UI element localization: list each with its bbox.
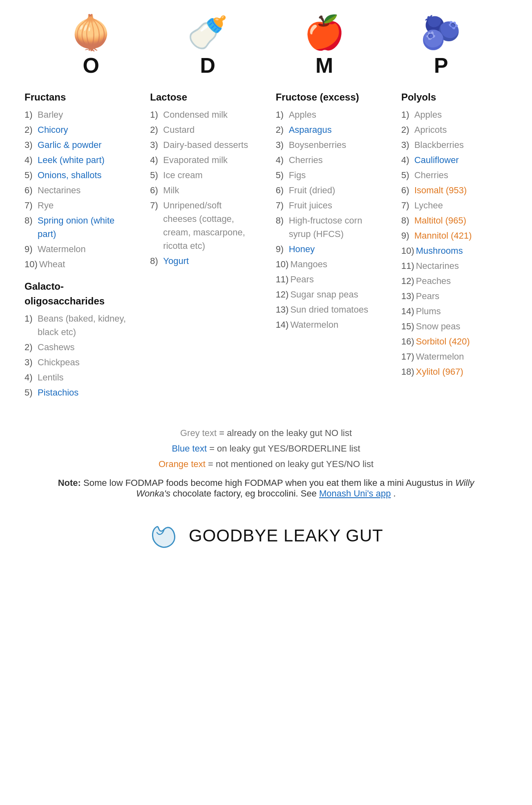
list-item: 6)Milk [150,183,256,197]
list-item: 1)Apples [276,108,382,121]
fructose-list: 1)Apples 2)Asparagus 3)Boysenberries 4)C… [276,108,382,331]
list-item: 14)Watermelon [276,318,382,331]
list-item: 6)Fruit (dried) [276,183,382,197]
galacto-list: 1)Beans (baked, kidney, black etc) 2)Cas… [25,312,131,399]
list-item: 4)Leek (white part) [25,153,131,167]
col-o: Fructans 1)Barley 2)Chicory 3)Garlic & p… [25,90,131,407]
list-item: 5)Onions, shallots [25,168,131,182]
list-item: 15)Snow peas [401,320,507,333]
list-item: 12)Sugar snap peas [276,288,382,301]
list-item: 4)Cherries [276,153,382,167]
note-section: Note: Some low FODMAP foods become high … [25,478,507,499]
list-item: 1)Beans (baked, kidney, black etc) [25,312,131,339]
list-item: 9)Watermelon [25,242,131,256]
list-item: 5)Ice cream [150,168,256,182]
list-item: 9)Mannitol (421) [401,229,507,242]
list-item: 16)Sorbitol (420) [401,335,507,348]
milk-icon: 🍼 [187,16,228,49]
header-col-p: 🫐 P [390,16,492,78]
list-item: 4)Evaporated milk [150,153,256,167]
list-item: 8)High-fructose corn syrup (HFCS) [276,214,382,241]
list-item: 8)Yogurt [150,254,256,268]
list-item: 8)Maltitol (965) [401,214,507,227]
header-col-o: 🧅 O [40,16,142,78]
list-item: 7)Rye [25,199,131,212]
note-bold: Note: [58,478,81,488]
list-item: 3)Chickpeas [25,356,131,369]
legend-blue-label: Blue text [172,443,207,454]
list-item: 14)Plums [401,304,507,318]
list-item: 4)Cauliflower [401,153,507,167]
list-item: 9)Honey [276,242,382,256]
list-item: 13)Sun dried tomatoes [276,303,382,316]
list-item: 6)Nectarines [25,183,131,197]
monash-link[interactable]: Monash Uni's app [319,488,391,499]
letter-d: D [200,53,215,78]
letter-o: O [83,53,99,78]
col-d: Lactose 1)Condensed milk 2)Custard 3)Dai… [150,90,256,276]
letter-p: P [434,53,448,78]
list-item: 2)Asparagus [276,123,382,136]
list-item: 10)Mushrooms [401,244,507,257]
list-item: 7)Lychee [401,199,507,212]
apple-icon: 🍎 [304,16,345,49]
list-item: 11)Pears [276,273,382,286]
content-row: Fructans 1)Barley 2)Chicory 3)Garlic & p… [25,90,507,407]
list-item: 17)Watermelon [401,350,507,363]
blueberry-icon: 🫐 [420,16,461,49]
fructans-list: 1)Barley 2)Chicory 3)Garlic & powder 4)L… [25,108,131,271]
list-item: 3)Garlic & powder [25,138,131,152]
legend-orange-label: Orange text [159,459,206,469]
footer: GOODBYE LEAKY GUT [25,519,507,552]
footer-logo-text: GOODBYE LEAKY GUT [189,526,383,546]
header-col-m: 🍎 M [273,16,376,78]
list-item: 3)Boysenberries [276,138,382,152]
legend-orange: Orange text = not mentioned on leaky gut… [25,459,507,470]
lactose-list: 1)Condensed milk 2)Custard 3)Dairy-based… [150,108,256,268]
list-item: 10)Wheat [25,257,131,271]
list-item: 1)Apples [401,108,507,121]
legend-section: Grey text = already on the leaky gut NO … [25,428,507,470]
legend-grey-label: Grey text [180,428,217,438]
list-item: 2)Cashews [25,340,131,354]
list-item: 7)Unripened/soft cheeses (cottage, cream… [150,199,256,253]
list-item: 1)Barley [25,108,131,121]
list-item: 5)Cherries [401,168,507,182]
col-p: Polyols 1)Apples 2)Apricots 3)Blackberri… [401,90,507,387]
list-item: 8)Spring onion (white part) [25,214,131,241]
list-item: 4)Lentils [25,371,131,384]
stomach-icon [149,519,181,552]
polyols-list: 1)Apples 2)Apricots 3)Blackberries 4)Cau… [401,108,507,378]
onion-icon: 🧅 [71,16,112,49]
list-item: 3)Dairy-based desserts [150,138,256,152]
heading-fructans: Fructans [25,90,131,105]
list-item: 10)Mangoes [276,257,382,271]
heading-polyols: Polyols [401,90,507,105]
list-item: 13)Pears [401,289,507,303]
list-item: 2)Apricots [401,123,507,136]
list-item: 5)Pistachios [25,386,131,399]
list-item: 7)Fruit juices [276,199,382,212]
letter-m: M [315,53,333,78]
footer-brand-light: LEAKY GUT [278,526,383,545]
header-col-d: 🍼 D [156,16,259,78]
list-item: 6)Isomalt (953) [401,183,507,197]
list-item: 2)Chicory [25,123,131,136]
heading-galacto: Galacto-oligosaccharides [25,279,131,309]
heading-lactose: Lactose [150,90,256,105]
list-item: 18)Xylitol (967) [401,365,507,378]
list-item: 2)Custard [150,123,256,136]
list-item: 3)Blackberries [401,138,507,152]
heading-fructose: Fructose (excess) [276,90,382,105]
legend-grey: Grey text = already on the leaky gut NO … [25,428,507,438]
list-item: 1)Condensed milk [150,108,256,121]
list-item: 11)Nectarines [401,259,507,273]
legend-blue: Blue text = on leaky gut YES/BORDERLINE … [25,443,507,454]
list-item: 5)Figs [276,168,382,182]
list-item: 12)Peaches [401,274,507,288]
header-row: 🧅 O 🍼 D 🍎 M 🫐 P [25,16,507,78]
footer-brand-bold: GOODBYE [189,526,278,545]
col-m: Fructose (excess) 1)Apples 2)Asparagus 3… [276,90,382,340]
